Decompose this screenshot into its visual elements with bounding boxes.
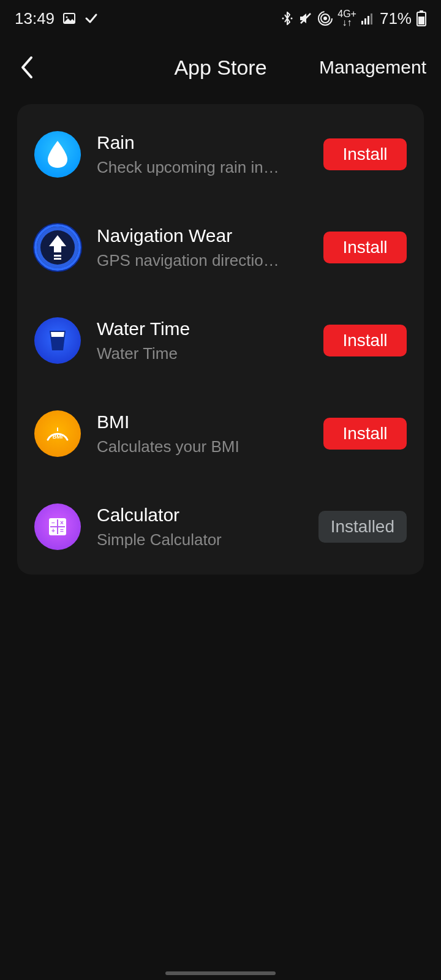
svg-text:+: + <box>51 527 55 534</box>
app-subtitle: Calculates your BMI <box>97 437 281 456</box>
app-subtitle: GPS navigation directions … <box>97 251 281 270</box>
app-row-rain[interactable]: Rain Check upcoming rain in a … Install <box>17 107 424 200</box>
water-app-icon <box>34 317 81 364</box>
install-button[interactable]: Install <box>323 325 407 356</box>
app-title: Rain <box>97 132 307 153</box>
droplet-icon <box>45 140 70 169</box>
install-button[interactable]: Install <box>323 418 407 450</box>
battery-icon <box>417 10 426 26</box>
svg-rect-8 <box>361 21 363 24</box>
svg-point-5 <box>323 17 327 20</box>
app-list: Rain Check upcoming rain in a … Install … <box>17 104 424 575</box>
check-icon <box>84 11 99 26</box>
svg-rect-9 <box>364 18 366 24</box>
install-button[interactable]: Install <box>323 232 407 263</box>
svg-rect-15 <box>54 255 61 257</box>
app-subtitle: Water Time <box>97 344 281 363</box>
installed-button[interactable]: Installed <box>318 511 407 543</box>
app-row-water-time[interactable]: Water Time Water Time Install <box>17 293 424 386</box>
gauge-icon: BMI <box>43 419 72 448</box>
management-link[interactable]: Management <box>319 57 426 78</box>
app-row-bmi[interactable]: BMI BMI Calculates your BMI Install <box>17 386 424 479</box>
arrow-up-icon <box>47 234 69 261</box>
app-subtitle: Check upcoming rain in a … <box>97 158 281 177</box>
gesture-bar[interactable] <box>165 971 276 975</box>
picture-icon <box>62 11 77 26</box>
app-title: Water Time <box>97 318 307 339</box>
svg-rect-14 <box>418 17 424 24</box>
calculator-app-icon: − × + = <box>34 503 81 550</box>
chevron-left-icon <box>19 55 35 80</box>
signal-icon <box>361 12 375 24</box>
mute-icon <box>298 11 313 26</box>
app-title: Calculator <box>97 505 303 526</box>
app-header: App Store Management <box>0 37 441 104</box>
hotspot-icon <box>318 11 333 26</box>
svg-text:×: × <box>60 519 64 526</box>
rain-app-icon <box>34 131 81 178</box>
bluetooth-icon <box>281 11 293 26</box>
app-row-navigation-wear[interactable]: Navigation Wear GPS navigation direction… <box>17 200 424 293</box>
network-type: 4G+↓↑ <box>337 10 356 27</box>
calculator-icon: − × + = <box>45 514 70 539</box>
bmi-app-icon: BMI <box>34 410 81 457</box>
app-title: BMI <box>97 412 307 432</box>
app-row-calculator[interactable]: − × + = Calculator Simple Calculator Ins… <box>17 479 424 572</box>
svg-text:BMI: BMI <box>53 434 63 440</box>
svg-rect-10 <box>368 16 369 24</box>
svg-rect-11 <box>371 13 372 24</box>
glass-icon <box>47 328 68 353</box>
svg-text:=: = <box>60 527 64 534</box>
svg-point-1 <box>66 17 68 18</box>
status-time: 13:49 <box>15 9 55 28</box>
navigation-app-icon <box>34 224 81 271</box>
app-subtitle: Simple Calculator <box>97 530 281 549</box>
statusbar: 13:49 4G+↓↑ 71% <box>0 0 441 37</box>
back-button[interactable] <box>15 55 39 80</box>
svg-point-3 <box>291 18 293 20</box>
svg-rect-16 <box>54 258 61 260</box>
install-button[interactable]: Install <box>323 138 407 170</box>
page-title: App Store <box>174 56 266 79</box>
svg-text:−: − <box>51 519 55 526</box>
svg-point-2 <box>282 18 284 20</box>
battery-pct: 71% <box>380 9 412 28</box>
app-title: Navigation Wear <box>97 225 307 246</box>
